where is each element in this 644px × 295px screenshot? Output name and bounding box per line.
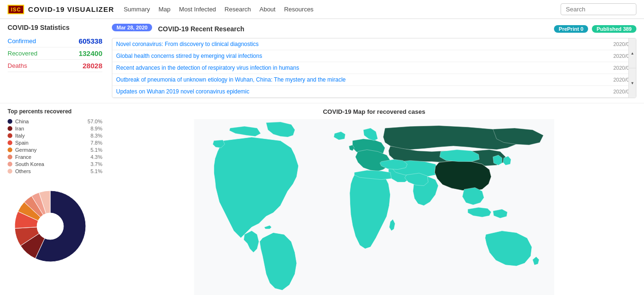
legend-country-7: Others bbox=[15, 168, 88, 174]
legend-pct-4: 5.1% bbox=[91, 147, 102, 153]
legend-country-2: Italy bbox=[15, 133, 88, 138]
scroll-down-arrow[interactable]: ▼ bbox=[629, 68, 636, 98]
legend-country-3: Spain bbox=[15, 140, 88, 146]
legend-item-0: China 57.0% bbox=[8, 119, 102, 124]
pie-center bbox=[37, 213, 63, 240]
nav-links: Summary Map Most Infected Research About… bbox=[124, 6, 561, 13]
legend-panel: Top percents recovered China 57.0% Iran … bbox=[8, 108, 102, 295]
legend-country-6: South Korea bbox=[15, 161, 88, 167]
legend-dot-4 bbox=[8, 148, 12, 152]
scroll-up-arrow[interactable]: ▲ bbox=[629, 38, 636, 68]
research-link-4[interactable]: Updates on Wuhan 2019 novel coronavirus … bbox=[116, 88, 608, 95]
legend-item-6: South Korea 3.7% bbox=[8, 161, 102, 167]
logo: ISC COVID-19 VISUALIZER bbox=[8, 5, 114, 14]
nav-summary[interactable]: Summary bbox=[124, 6, 150, 13]
research-panel: Mar 28, 2020 COVID-19 Recent Research Pr… bbox=[112, 24, 636, 98]
legend-dot-1 bbox=[8, 126, 12, 131]
legend-dot-2 bbox=[8, 133, 12, 138]
nav-research[interactable]: Research bbox=[225, 6, 251, 13]
map-title: COVID-19 Map for recovered cases bbox=[112, 108, 636, 115]
legend-pct-3: 7.8% bbox=[91, 140, 102, 146]
legend-pct-0: 57.0% bbox=[88, 119, 102, 124]
legend-dot-6 bbox=[8, 162, 12, 166]
recovered-label: Recovered bbox=[8, 50, 37, 57]
research-item-3[interactable]: Outbreak of pneumonia of unknown etiolog… bbox=[112, 74, 636, 86]
stats-title: COVID-19 Statistics bbox=[8, 24, 102, 31]
search-input[interactable] bbox=[561, 3, 636, 15]
main-content: COVID-19 Statistics Confirmed 605338 Rec… bbox=[0, 19, 644, 295]
top-section: COVID-19 Statistics Confirmed 605338 Rec… bbox=[0, 19, 644, 103]
navbar: ISC COVID-19 VISUALIZER Summary Map Most… bbox=[0, 0, 644, 19]
legend-country-5: France bbox=[15, 154, 88, 160]
pie-chart bbox=[8, 184, 93, 269]
legend-item-2: Italy 8.3% bbox=[8, 133, 102, 138]
legend-pct-1: 8.9% bbox=[91, 126, 102, 131]
legend-title: Top percents recovered bbox=[8, 108, 102, 115]
legend-dot-5 bbox=[8, 155, 12, 159]
legend-pct-2: 8.3% bbox=[91, 133, 102, 138]
deaths-value: 28028 bbox=[82, 62, 102, 70]
research-item-1[interactable]: Global health concerns stirred by emergi… bbox=[112, 50, 636, 62]
bottom-section: Top percents recovered China 57.0% Iran … bbox=[0, 103, 644, 295]
legend-item-5: France 4.3% bbox=[8, 154, 102, 160]
research-item-0[interactable]: Novel coronavirus: From discovery to cli… bbox=[112, 38, 636, 50]
nav-resources[interactable]: Resources bbox=[284, 6, 313, 13]
legend-country-0: China bbox=[15, 119, 85, 124]
legend-pct-7: 5.1% bbox=[91, 168, 102, 174]
pie-chart-container bbox=[8, 184, 93, 269]
legend-pct-5: 4.3% bbox=[91, 154, 102, 160]
research-title: COVID-19 Recent Research bbox=[158, 25, 244, 33]
nav-map[interactable]: Map bbox=[159, 6, 171, 13]
legend-dot-3 bbox=[8, 140, 12, 145]
deaths-row: Deaths 28028 bbox=[8, 60, 102, 72]
legend-dot-0 bbox=[8, 119, 12, 124]
legend-item-4: Germany 5.1% bbox=[8, 147, 102, 153]
stats-panel: COVID-19 Statistics Confirmed 605338 Rec… bbox=[8, 24, 102, 98]
legend-pct-6: 3.7% bbox=[91, 161, 102, 167]
legend-country-4: Germany bbox=[15, 147, 88, 153]
research-header: Mar 28, 2020 COVID-19 Recent Research Pr… bbox=[112, 24, 636, 34]
world-map bbox=[112, 119, 636, 295]
research-link-3[interactable]: Outbreak of pneumonia of unknown etiolog… bbox=[116, 76, 608, 83]
date-badge: Mar 28, 2020 bbox=[112, 24, 152, 31]
research-item-2[interactable]: Recent advances in the detection of resp… bbox=[112, 62, 636, 74]
confirmed-row: Confirmed 605338 bbox=[8, 35, 102, 47]
research-item-4[interactable]: Updates on Wuhan 2019 novel coronavirus … bbox=[112, 86, 636, 98]
confirmed-label: Confirmed bbox=[8, 37, 36, 45]
legend-item-7: Others 5.1% bbox=[8, 168, 102, 174]
map-panel: COVID-19 Map for recovered cases bbox=[112, 108, 636, 295]
legend-item-3: Spain 7.8% bbox=[8, 140, 102, 146]
legend-items: China 57.0% Iran 8.9% Italy 8.3% Spain 7… bbox=[8, 119, 102, 174]
published-badge[interactable]: Published 389 bbox=[592, 25, 636, 33]
research-link-1[interactable]: Global health concerns stirred by emergi… bbox=[116, 53, 608, 59]
legend-country-1: Iran bbox=[15, 126, 88, 131]
legend-dot-7 bbox=[8, 169, 12, 174]
deaths-label: Deaths bbox=[8, 62, 27, 69]
preprint-badge[interactable]: PrePrint 0 bbox=[554, 25, 588, 33]
logo-isc: ISC bbox=[8, 5, 24, 14]
research-link-2[interactable]: Recent advances in the detection of resp… bbox=[116, 65, 608, 71]
nav-about[interactable]: About bbox=[259, 6, 275, 13]
research-badges: PrePrint 0 Published 389 bbox=[554, 25, 636, 33]
research-link-0[interactable]: Novel coronavirus: From discovery to cli… bbox=[116, 41, 608, 47]
research-list: Novel coronavirus: From discovery to cli… bbox=[112, 38, 636, 98]
confirmed-value: 605338 bbox=[79, 37, 102, 45]
scroll-arrows: ▲ ▼ bbox=[628, 38, 636, 98]
recovered-row: Recovered 132400 bbox=[8, 47, 102, 60]
recovered-value: 132400 bbox=[79, 49, 102, 57]
nav-most-infected[interactable]: Most Infected bbox=[179, 6, 216, 13]
app-title: COVID-19 VISUALIZER bbox=[28, 5, 114, 13]
legend-item-1: Iran 8.9% bbox=[8, 126, 102, 131]
